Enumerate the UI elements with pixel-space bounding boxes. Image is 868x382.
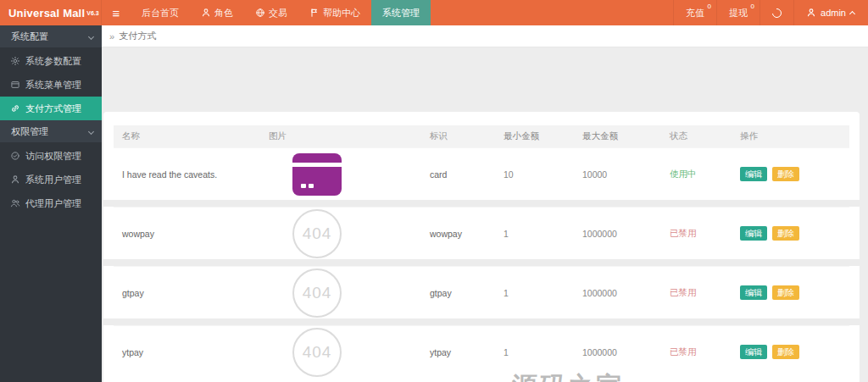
payment-image-cell: 404	[262, 328, 423, 377]
column-header-code: 标识	[423, 130, 497, 142]
refresh-button[interactable]	[760, 0, 793, 25]
nav-item-label: 系统管理	[382, 7, 420, 19]
image-404-placeholder: 404	[292, 328, 342, 377]
card-dots	[301, 184, 314, 188]
user-menu[interactable]: admin	[793, 0, 868, 25]
payment-max: 1000000	[576, 347, 663, 357]
user-icon	[201, 8, 211, 18]
row-separator	[103, 200, 860, 207]
withdraw-button[interactable]: 提现 0	[716, 0, 760, 25]
edit-button[interactable]: 编辑	[740, 345, 767, 359]
sidebar-item-label: 系统参数配置	[25, 55, 81, 68]
payment-max: 1000000	[576, 288, 663, 298]
payment-min: 1	[497, 347, 576, 357]
delete-button[interactable]: 删除	[772, 167, 799, 181]
sidebar-item-label: 系统菜单管理	[25, 79, 81, 91]
recharge-count-badge: 0	[708, 3, 711, 10]
breadcrumb: » 支付方式	[102, 25, 868, 47]
sidebar-group-permissions[interactable]: 权限管理	[0, 120, 102, 142]
payment-max: 10000	[576, 169, 663, 180]
breadcrumb-prefix-icon: »	[109, 31, 114, 42]
row-actions: 编辑 删除	[733, 226, 849, 241]
nav-item-label: 交易	[269, 7, 287, 19]
withdraw-count-badge: 0	[751, 3, 754, 10]
table-header-row: 名称 图片 标识 最小金额 最大金额 状态 操作	[114, 125, 849, 147]
chevron-down-icon	[88, 33, 94, 39]
nav-item-home[interactable]: 后台首页	[131, 0, 190, 25]
sidebar-item-agent-users[interactable]: 代理用户管理	[0, 191, 102, 215]
payment-code: ytpay	[423, 347, 497, 357]
delete-button[interactable]: 删除	[772, 345, 799, 359]
edit-button[interactable]: 编辑	[740, 167, 767, 181]
row-actions: 编辑 删除	[733, 345, 849, 359]
edit-button[interactable]: 编辑	[740, 226, 767, 241]
payment-name: gtpay	[114, 288, 262, 298]
link-icon	[10, 103, 20, 113]
payment-code: wowpay	[423, 229, 497, 239]
card-stripe	[292, 163, 342, 167]
nav-item-label: 后台首页	[142, 7, 179, 19]
row-separator	[103, 259, 860, 266]
column-header-status: 状态	[663, 130, 733, 142]
nav-item-help-center[interactable]: 帮助中心	[298, 0, 371, 25]
check-circle-icon	[10, 151, 20, 161]
main-content: » 支付方式 名称 图片 标识 最小金额 最大金额 状态 操作 I have r…	[102, 25, 868, 382]
payment-image-cell	[262, 153, 423, 196]
sidebar-group-label: 系统配置	[11, 30, 48, 43]
hamburger-icon[interactable]: ≡	[102, 0, 131, 25]
payment-table-card: 名称 图片 标识 最小金额 最大金额 状态 操作 I have read the…	[103, 112, 860, 382]
column-header-action: 操作	[733, 130, 849, 142]
nav-item-system-management[interactable]: 系统管理	[371, 0, 431, 25]
window-icon	[10, 80, 20, 90]
nav-item-transactions[interactable]: 交易	[244, 0, 298, 25]
column-header-name: 名称	[114, 130, 262, 142]
refresh-icon	[771, 6, 783, 19]
payment-image-cell: 404	[262, 209, 423, 258]
recharge-label: 充值	[686, 7, 704, 19]
delete-button[interactable]: 删除	[772, 285, 799, 300]
topbar-right: 充值 0 提现 0 admin	[673, 0, 868, 25]
nav-item-label: 角色	[214, 7, 233, 19]
payment-min: 1	[497, 229, 576, 239]
delete-button[interactable]: 删除	[772, 226, 799, 241]
image-404-placeholder: 404	[292, 269, 342, 318]
status-badge: 已禁用	[663, 287, 733, 299]
sidebar-item-payment-methods[interactable]: 支付方式管理	[0, 97, 102, 120]
payment-name: ytpay	[114, 347, 262, 357]
sidebar-item-system-users[interactable]: 系统用户管理	[0, 168, 102, 191]
brand-name: Universal Mall	[8, 7, 85, 19]
status-badge: 使用中	[663, 169, 733, 180]
user-icon	[10, 174, 20, 185]
table-row: wowpay 404 wowpay 1 1000000 已禁用 编辑 删除	[114, 207, 849, 259]
chevron-down-icon	[88, 128, 94, 134]
username: admin	[821, 8, 846, 18]
payment-code: gtpay	[423, 288, 497, 298]
row-actions: 编辑 删除	[733, 285, 849, 300]
brand-logo[interactable]: Universal Mall V6.3	[0, 0, 102, 25]
credit-card-image	[292, 153, 342, 196]
withdraw-label: 提现	[729, 7, 748, 19]
sidebar-item-access-permissions[interactable]: 访问权限管理	[0, 144, 102, 168]
user-icon	[806, 8, 816, 18]
payment-image-cell: 404	[262, 269, 423, 318]
payment-max: 1000000	[576, 229, 663, 239]
flag-icon	[309, 8, 320, 18]
users-icon	[10, 198, 20, 208]
payment-name: wowpay	[114, 229, 262, 239]
nav-item-label: 帮助中心	[323, 7, 360, 19]
column-header-max: 最大金额	[576, 130, 663, 142]
nav-item-roles[interactable]: 角色	[190, 0, 244, 25]
edit-button[interactable]: 编辑	[740, 285, 767, 300]
sidebar-item-system-menu[interactable]: 系统菜单管理	[0, 73, 102, 97]
table-row: gtpay 404 gtpay 1 1000000 已禁用 编辑 删除	[114, 266, 849, 318]
recharge-button[interactable]: 充值 0	[673, 0, 716, 25]
sidebar-group-system-config[interactable]: 系统配置	[0, 25, 102, 47]
chevron-up-icon	[849, 11, 855, 17]
payment-min: 1	[497, 288, 576, 298]
site-watermark: 源码之家	[512, 369, 624, 382]
payment-name: I have read the caveats.	[114, 169, 262, 180]
sidebar-item-system-params[interactable]: 系统参数配置	[0, 49, 102, 73]
column-header-min: 最小金额	[497, 130, 576, 142]
breadcrumb-label: 支付方式	[119, 30, 156, 42]
sidebar-item-label: 系统用户管理	[25, 174, 81, 186]
